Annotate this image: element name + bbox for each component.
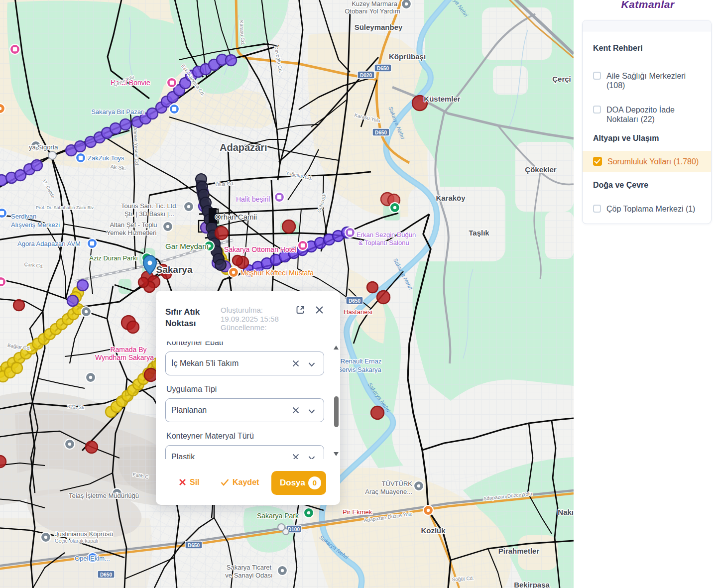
svg-text:ya Sigorta: ya Sigorta (29, 143, 58, 151)
svg-text:Renault Ernaz: Renault Ernaz (341, 357, 381, 365)
svg-text:Pir Ekmek: Pir Ekmek (343, 508, 372, 516)
svg-text:D650: D650 (100, 572, 112, 578)
svg-text:Sakarya Park: Sakarya Park (257, 512, 299, 520)
svg-text:Halit beşiril: Halit beşiril (236, 195, 270, 203)
svg-text:Köprübaşı: Köprübaşı (389, 52, 426, 61)
svg-text:Prof. Dr. Sabahattin Zaim Blv: Prof. Dr. Sabahattin Zaim Blv (36, 205, 94, 210)
svg-text:Çökekler: Çökekler (525, 165, 557, 174)
svg-text:Altan Şef - Toplu: Altan Şef - Toplu (110, 221, 157, 229)
svg-text:Bekirpaşa: Bekirpaşa (514, 581, 550, 588)
svg-text:Meşhur Köfteci Mustafa: Meşhur Köfteci Mustafa (240, 269, 314, 277)
svg-text:Yemek Hizmetleri: Yemek Hizmetleri (107, 229, 157, 236)
svg-text:Sakarya Bit Pazarı: Sakarya Bit Pazarı (91, 108, 145, 116)
svg-text:Agora Adapazarı AVM: Agora Adapazarı AVM (17, 240, 81, 247)
svg-text:D650: D650 (349, 298, 360, 304)
svg-text:Opel Ekim...: Opel Ekim... (75, 555, 110, 562)
svg-text:Geçici olarak kapalı: Geçici olarak kapalı (55, 538, 98, 544)
svg-text:Servis Sakarya: Servis Sakarya (338, 366, 381, 373)
svg-text:Küstemler: Küstemler (424, 95, 461, 103)
svg-text:Kuzey Marmara: Kuzey Marmara (352, 0, 398, 7)
svg-text:Pirahmetler: Pirahmetler (498, 547, 540, 555)
svg-text:Sakarya: Sakarya (156, 264, 193, 275)
svg-text:Çerçi: Çerçi (552, 75, 571, 83)
svg-text:Teiaş İşletme Müdürlüğü: Teiaş İşletme Müdürlüğü (69, 492, 139, 499)
svg-text:Adapazarı: Adapazarı (220, 142, 267, 153)
svg-text:Alışveriş Merkezi: Alışveriş Merkezi (11, 221, 60, 229)
svg-text:ZakZuk Toys: ZakZuk Toys (88, 154, 124, 162)
svg-text:Kozluk: Kozluk (421, 526, 446, 535)
svg-text:Otobanı Yol Yardım: Otobanı Yol Yardım (345, 7, 400, 15)
svg-text:Nakı: Nakı (558, 508, 574, 516)
svg-text:Şti. | 3D Baskı |...: Şti. | 3D Baskı |... (124, 210, 174, 218)
svg-text:Aziz Duran Parkı: Aziz Duran Parkı (89, 254, 138, 262)
svg-text:D650: D650 (377, 66, 389, 71)
svg-text:& Toplantı Salonu: & Toplantı Salonu (358, 239, 409, 246)
svg-text:Erkan Sezgin Düğün: Erkan Sezgin Düğün (357, 231, 416, 238)
svg-text:Hastanesi: Hastanesi (344, 308, 372, 316)
svg-text:Sakarya Ottoman Hotel: Sakarya Ottoman Hotel (224, 245, 297, 253)
svg-text:Orhan Camii: Orhan Camii (215, 213, 257, 221)
svg-text:Taşlık: Taşlık (469, 229, 489, 237)
svg-text:Touris San. Tic. Ltd.: Touris San. Tic. Ltd. (121, 202, 178, 210)
svg-text:Ramada By: Ramada By (110, 346, 146, 353)
svg-text:Serdivan: Serdivan (11, 213, 36, 220)
svg-text:Karaköy: Karaköy (436, 194, 466, 202)
svg-text:Araç Muayene...: Araç Muayene... (365, 488, 412, 495)
svg-text:D650: D650 (375, 130, 387, 135)
svg-text:D020: D020 (360, 73, 372, 78)
svg-text:TÜVTÜRK: TÜVTÜRK (382, 480, 413, 487)
svg-text:Wyndham Sakarya: Wyndham Sakarya (95, 353, 154, 361)
svg-text:Gar Meydanı: Gar Meydanı (165, 242, 209, 250)
svg-text:D650: D650 (188, 543, 200, 548)
svg-text:ve Sanayi Odası: ve Sanayi Odası (225, 572, 272, 579)
svg-text:Justinianus Köprüsü: Justinianus Köprüsü (55, 530, 113, 538)
svg-text:Sakarya Ticaret: Sakarya Ticaret (227, 564, 272, 571)
svg-text:Süleymanbey: Süleymanbey (355, 23, 403, 31)
svg-text:D100: D100 (288, 527, 300, 532)
